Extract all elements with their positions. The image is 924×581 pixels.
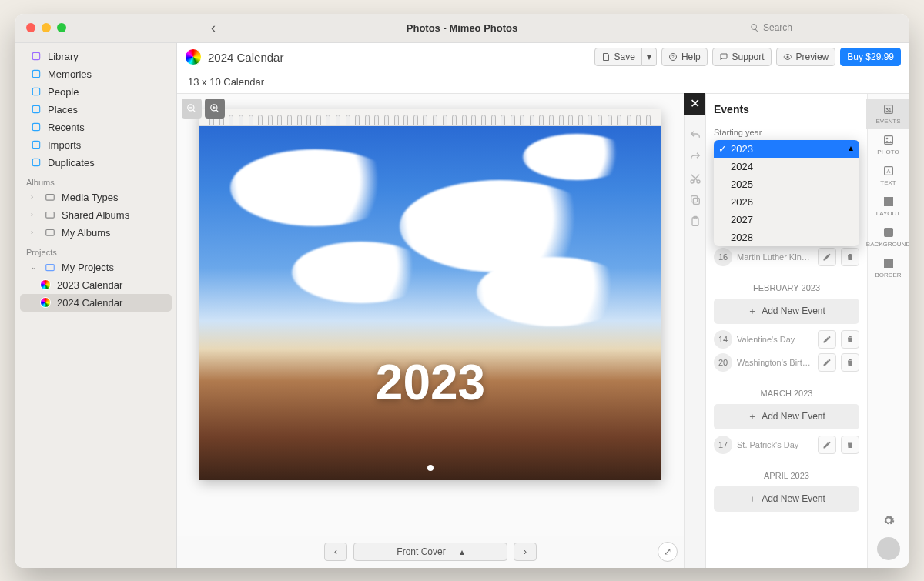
tab-label: EVENTS bbox=[875, 118, 900, 125]
sidebar-item-label: My Albums bbox=[62, 227, 111, 239]
titlebar: ‹ Photos - Mimeo Photos Search bbox=[15, 14, 909, 43]
cut-icon[interactable] bbox=[689, 172, 701, 185]
delete-event-button[interactable] bbox=[841, 436, 859, 454]
svg-rect-7 bbox=[46, 195, 55, 201]
redo-icon[interactable] bbox=[689, 151, 701, 163]
page-next-button[interactable]: › bbox=[514, 543, 537, 561]
delete-event-button[interactable] bbox=[841, 248, 859, 266]
svg-rect-18 bbox=[693, 198, 699, 204]
copy-icon[interactable] bbox=[689, 194, 701, 206]
project-2024-calendar[interactable]: 2024 Calendar bbox=[20, 294, 172, 312]
tab-layout[interactable]: LAYOUT bbox=[866, 191, 909, 222]
delete-event-button[interactable] bbox=[841, 353, 859, 372]
close-panel-button[interactable]: ✕ bbox=[684, 93, 705, 115]
duplicates-icon bbox=[31, 157, 42, 168]
tab-background[interactable]: BACKGROUND bbox=[866, 222, 909, 252]
paste-icon[interactable] bbox=[689, 215, 701, 228]
mimeo-icon bbox=[40, 279, 51, 290]
zoom-in-button[interactable] bbox=[205, 99, 225, 119]
sidebar-my-projects[interactable]: ⌄ My Projects bbox=[20, 259, 172, 276]
events-title: Events bbox=[706, 94, 867, 123]
year-option-2025[interactable]: 2025 bbox=[714, 175, 859, 193]
save-button[interactable]: Save bbox=[594, 48, 642, 66]
event-day: 14 bbox=[714, 330, 732, 349]
edit-event-button[interactable] bbox=[818, 353, 836, 372]
sidebar-item-shared-albums[interactable]: ›Shared Albums bbox=[20, 206, 172, 224]
sidebar-item-recents[interactable]: Recents bbox=[20, 119, 172, 136]
calendar-cover[interactable]: 2023 bbox=[199, 109, 661, 480]
event-name: St. Patrick's Day bbox=[737, 440, 813, 449]
chevron-right-icon: › bbox=[31, 193, 38, 201]
add-event-button[interactable]: ＋ Add New Event bbox=[714, 486, 859, 512]
support-button[interactable]: Support bbox=[712, 48, 772, 66]
tab-border[interactable]: BORDER bbox=[866, 252, 909, 283]
sidebar-item-duplicates[interactable]: Duplicates bbox=[20, 154, 172, 172]
undo-icon[interactable] bbox=[689, 129, 701, 142]
page-prev-button[interactable]: ‹ bbox=[324, 543, 347, 561]
sidebar-item-label: Media Types bbox=[62, 192, 118, 203]
product-subtitle: 13 x 10 Calendar bbox=[177, 72, 909, 94]
support-label: Support bbox=[732, 52, 765, 62]
back-button[interactable]: ‹ bbox=[205, 20, 222, 36]
tab-events[interactable]: 31EVENTS bbox=[866, 99, 909, 129]
delete-event-button[interactable] bbox=[841, 330, 859, 349]
svg-rect-8 bbox=[46, 212, 55, 219]
sidebar-item-library[interactable]: Library bbox=[20, 48, 172, 65]
year-option-2028[interactable]: 2028 bbox=[714, 229, 859, 246]
starting-year-label: Starting year bbox=[714, 128, 859, 137]
recents-icon bbox=[31, 122, 42, 132]
albums-header: Albums bbox=[15, 172, 176, 189]
sidebar-item-label: Duplicates bbox=[48, 157, 95, 169]
svg-point-25 bbox=[886, 137, 888, 139]
event-day: 16 bbox=[714, 248, 732, 266]
event-name: Martin Luther Kin… bbox=[737, 252, 813, 262]
sidebar-item-places[interactable]: Places bbox=[20, 101, 172, 119]
svg-rect-3 bbox=[32, 105, 39, 112]
maximize-window[interactable] bbox=[57, 23, 66, 32]
tab-text[interactable]: ATEXT bbox=[866, 160, 909, 191]
tab-label: BACKGROUND bbox=[866, 241, 909, 248]
sidebar-item-imports[interactable]: Imports bbox=[20, 136, 172, 154]
pager: ‹ Front Cover▴ › bbox=[177, 536, 684, 568]
minimize-window[interactable] bbox=[42, 23, 51, 32]
sidebar-item-memories[interactable]: Memories bbox=[20, 65, 172, 83]
year-option-2024[interactable]: 2024 bbox=[714, 158, 859, 175]
svg-rect-2 bbox=[32, 88, 39, 95]
window-controls bbox=[26, 23, 66, 32]
buy-button[interactable]: Buy $29.99 bbox=[840, 48, 901, 66]
close-window[interactable] bbox=[26, 23, 35, 32]
tab-photo[interactable]: PHOTO bbox=[866, 129, 909, 160]
sidebar-item-media-types[interactable]: ›Media Types bbox=[20, 189, 172, 206]
help-button[interactable]: ?Help bbox=[661, 48, 708, 66]
zoom-out-button[interactable] bbox=[182, 99, 202, 119]
year-option-2023[interactable]: 2023▴ bbox=[714, 140, 859, 158]
help-bubble[interactable] bbox=[877, 537, 900, 560]
sidebar-item-my-albums[interactable]: ›My Albums bbox=[20, 224, 172, 242]
year-option-2026[interactable]: 2026 bbox=[714, 193, 859, 211]
settings-icon[interactable] bbox=[882, 514, 895, 526]
year-option-2027[interactable]: 2027 bbox=[714, 211, 859, 229]
sidebar-item-people[interactable]: People bbox=[20, 83, 172, 101]
event-day: 20 bbox=[714, 353, 732, 372]
preview-button[interactable]: Preview bbox=[776, 48, 836, 66]
page-selector[interactable]: Front Cover▴ bbox=[353, 543, 507, 561]
svg-rect-1 bbox=[32, 70, 39, 77]
doc-toolbar: 2024 Calendar Save ▾ ?Help Support Previ… bbox=[177, 43, 909, 72]
sidebar-item-label: Shared Albums bbox=[62, 209, 129, 221]
month-header: MARCH 2023 bbox=[714, 389, 859, 398]
add-event-button[interactable]: ＋ Add New Event bbox=[714, 404, 859, 429]
edit-event-button[interactable] bbox=[818, 330, 836, 349]
window-title: Photos - Mimeo Photos bbox=[407, 22, 517, 34]
save-dropdown[interactable]: ▾ bbox=[642, 48, 657, 66]
edit-event-button[interactable] bbox=[818, 436, 836, 454]
edit-event-button[interactable] bbox=[818, 248, 836, 266]
add-event-button[interactable]: ＋ Add New Event bbox=[714, 299, 859, 324]
tab-label: PHOTO bbox=[877, 149, 899, 155]
svg-text:?: ? bbox=[671, 55, 675, 59]
projects-header: Projects bbox=[15, 242, 176, 259]
sidebar-item-label: Library bbox=[48, 51, 79, 62]
search-field[interactable]: Search bbox=[745, 21, 899, 35]
fit-to-screen-button[interactable]: ⤢ bbox=[658, 542, 678, 562]
project-2023-calendar[interactable]: 2023 Calendar bbox=[20, 276, 172, 294]
page-indicator bbox=[427, 465, 434, 471]
